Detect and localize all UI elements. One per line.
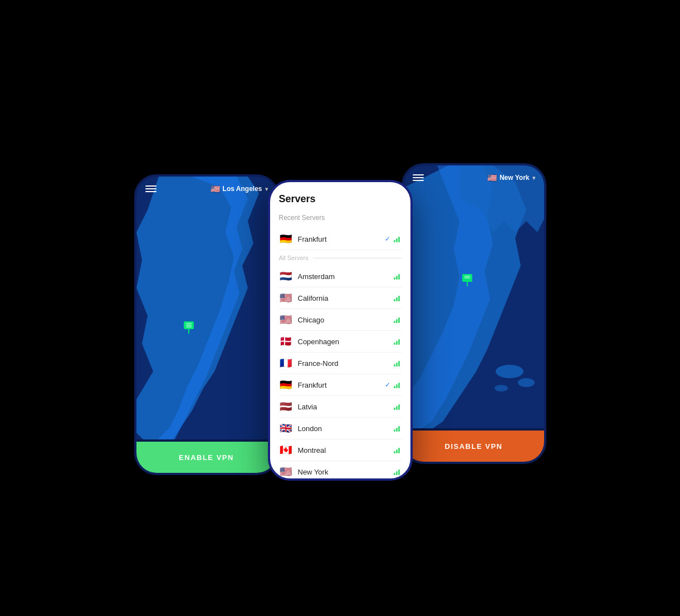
map-background-right: [404, 165, 544, 428]
server-item-frankfurt-recent[interactable]: 🇩🇪 Frankfurt ✓: [279, 228, 402, 250]
hamburger-menu-right[interactable]: [413, 174, 424, 181]
chevron-right: ▾: [532, 175, 535, 181]
signal-amsterdam: [394, 273, 402, 280]
server-name-london: London: [298, 424, 390, 433]
signal-frankfurt-recent: [394, 236, 402, 242]
server-name-montreal: Montreal: [298, 446, 390, 454]
all-servers-divider: All Servers: [279, 255, 402, 261]
servers-panel: Servers Recent Servers 🇩🇪 Frankfurt ✓ Al…: [270, 182, 410, 478]
server-name-newyork: New York: [298, 468, 390, 476]
signal-california: [394, 295, 402, 301]
chevron-left: ▾: [265, 186, 268, 192]
signal-latvia: [394, 403, 402, 410]
server-name-amsterdam: Amsterdam: [298, 272, 390, 281]
location-badge-right[interactable]: 🇺🇸 New York ▾: [487, 173, 535, 182]
map-background-left: [136, 177, 277, 439]
signal-london: [394, 425, 402, 432]
flag-copenhagen: 🇩🇰: [279, 335, 292, 348]
server-item-london[interactable]: 🇬🇧 London: [279, 418, 402, 439]
flag-frankfurt-recent: 🇩🇪: [279, 233, 292, 245]
signal-montreal: [394, 447, 402, 453]
signal-newyork: [394, 468, 402, 475]
map-marker-right: [462, 274, 472, 286]
server-item-frankfurt-all[interactable]: 🇩🇪 Frankfurt ✓: [279, 374, 402, 396]
server-item-france-nord[interactable]: 🇫🇷 France-Nord: [279, 353, 402, 374]
left-phone-header: 🇺🇸 Los Angeles ▾: [136, 177, 277, 201]
server-item-chicago[interactable]: 🇺🇸 Chicago: [279, 309, 402, 331]
signal-copenhagen: [394, 338, 402, 345]
phone-right: 🇺🇸 New York ▾ DISABLE VPN: [402, 163, 546, 464]
server-name-copenhagen: Copenhagen: [298, 338, 390, 346]
marker-flag-left: [184, 321, 194, 329]
server-name-france-nord: France-Nord: [298, 359, 390, 368]
marker-pin-left: [188, 329, 189, 334]
location-name-left: Los Angeles: [223, 185, 262, 193]
check-frankfurt-recent: ✓: [385, 235, 390, 243]
flag-chicago: 🇺🇸: [279, 314, 292, 326]
flag-frankfurt-all: 🇩🇪: [279, 379, 292, 391]
hamburger-menu-left[interactable]: [145, 185, 156, 192]
servers-title: Servers: [279, 193, 402, 205]
scene: 🇺🇸 Los Angeles ▾ ENABLE VPN Servers Rece…: [0, 0, 680, 616]
marker-pin-right: [467, 282, 468, 286]
server-name-chicago: Chicago: [298, 316, 390, 324]
flag-france-nord: 🇫🇷: [279, 357, 292, 369]
server-name-california: California: [298, 294, 390, 302]
location-badge-left[interactable]: 🇺🇸 Los Angeles ▾: [211, 184, 268, 193]
marker-flag-right: [462, 274, 472, 282]
flag-right: 🇺🇸: [487, 173, 497, 182]
flag-london: 🇬🇧: [279, 422, 292, 434]
signal-chicago: [394, 316, 402, 323]
flag-california: 🇺🇸: [279, 292, 292, 304]
enable-vpn-button[interactable]: ENABLE VPN: [136, 442, 277, 473]
server-item-montreal[interactable]: 🇨🇦 Montreal: [279, 439, 402, 461]
server-item-latvia[interactable]: 🇱🇻 Latvia: [279, 396, 402, 418]
server-item-newyork[interactable]: 🇺🇸 New York: [279, 461, 402, 478]
flag-amsterdam: 🇳🇱: [279, 270, 292, 282]
server-name-frankfurt-all: Frankfurt: [298, 381, 383, 389]
phone-left: 🇺🇸 Los Angeles ▾ ENABLE VPN: [134, 174, 279, 475]
svg-point-6: [496, 365, 524, 378]
flag-montreal: 🇨🇦: [279, 444, 292, 456]
server-item-amsterdam[interactable]: 🇳🇱 Amsterdam: [279, 266, 402, 287]
location-name-right: New York: [500, 174, 530, 182]
phone-center: Servers Recent Servers 🇩🇪 Frankfurt ✓ Al…: [268, 180, 413, 481]
svg-point-8: [495, 385, 508, 392]
map-marker-left: [184, 321, 194, 334]
all-servers-label: All Servers: [279, 255, 309, 261]
server-item-california[interactable]: 🇺🇸 California: [279, 287, 402, 309]
server-item-copenhagen[interactable]: 🇩🇰 Copenhagen: [279, 331, 402, 353]
signal-frankfurt-all: [394, 382, 402, 388]
recent-servers-label: Recent Servers: [279, 214, 402, 224]
right-phone-header: 🇺🇸 New York ▾: [404, 165, 544, 190]
svg-point-7: [518, 378, 535, 387]
flag-newyork: 🇺🇸: [279, 466, 292, 478]
flag-left: 🇺🇸: [211, 184, 220, 193]
flag-latvia: 🇱🇻: [279, 400, 292, 413]
server-name-latvia: Latvia: [298, 403, 390, 411]
disable-vpn-button[interactable]: DISABLE VPN: [404, 431, 544, 462]
server-name-frankfurt-recent: Frankfurt: [298, 235, 383, 243]
check-frankfurt-all: ✓: [385, 381, 390, 389]
signal-france-nord: [394, 360, 402, 366]
